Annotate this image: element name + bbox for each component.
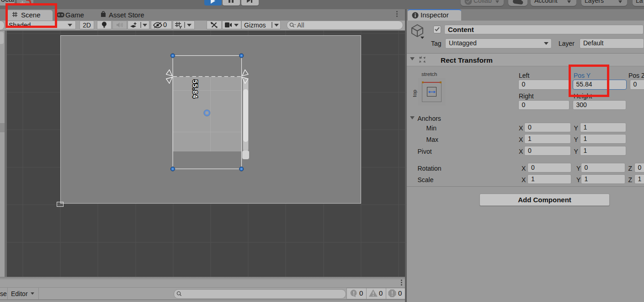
svg-text:55.84: 55.84 xyxy=(192,80,199,99)
